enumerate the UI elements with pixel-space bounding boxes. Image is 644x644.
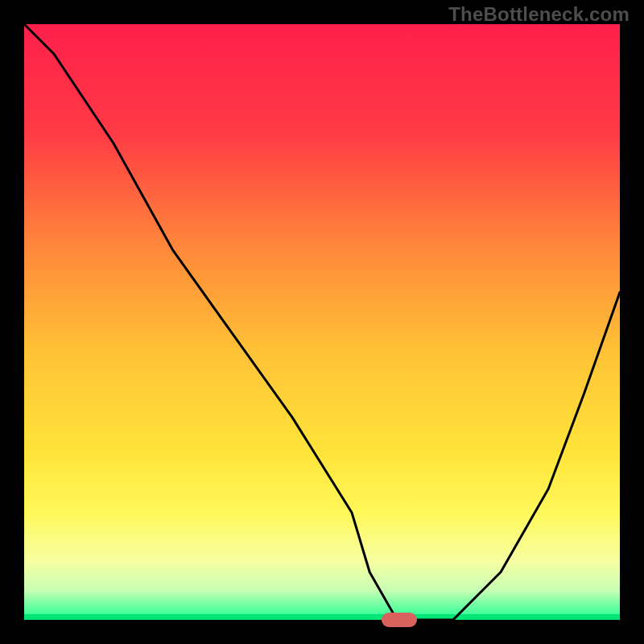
optimal-marker [382,613,417,627]
bottleneck-curve [24,24,620,620]
watermark-text: TheBottleneck.com [448,3,630,26]
plot-area [24,24,620,620]
chart-frame: TheBottleneck.com [0,0,644,644]
